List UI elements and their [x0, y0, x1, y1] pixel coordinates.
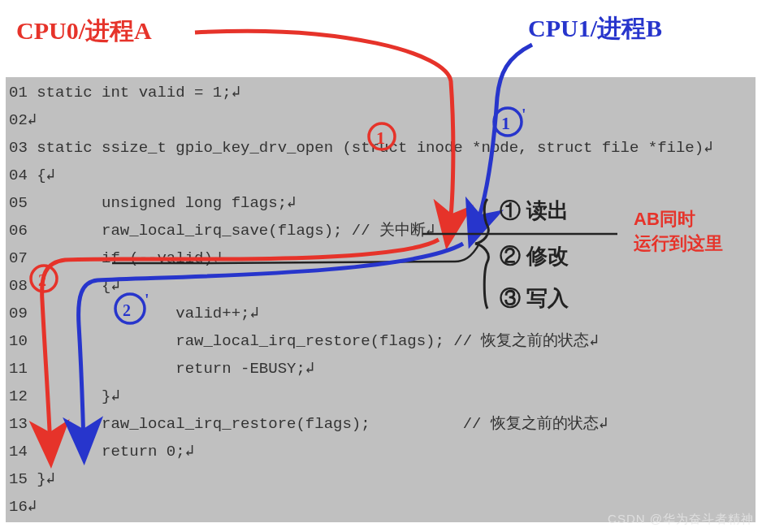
code-line-11: 11 return -EBUSY;↲ [6, 355, 756, 383]
code-line-10: 10 raw_local_irq_restore(flags); // 恢复之前… [6, 327, 756, 355]
code-line-13: 13 raw_local_irq_restore(flags); // 恢复之前… [6, 410, 756, 438]
code-line-8: 08 {↲ [6, 272, 756, 300]
code-line-2: 02↲ [6, 106, 756, 134]
watermark: CSDN @华为奋斗者精神 [608, 512, 754, 527]
cpu0-label: CPU0/进程A [16, 15, 152, 48]
code-block: 01 static int valid = 1;↲ 02↲ 03 static … [6, 77, 756, 522]
cpu1-label: CPU1/进程B [528, 12, 662, 45]
code-line-9: 09 valid++;↲ [6, 300, 756, 327]
side-note-modify: ② 修改 [500, 242, 569, 270]
code-line-3: 03 static ssize_t gpio_key_drv_open (str… [6, 134, 756, 162]
code-line-1: 01 static int valid = 1;↲ [6, 79, 756, 106]
ab-note-line1: AB同时 [634, 208, 695, 231]
code-line-15: 15 }↲ [6, 465, 756, 493]
code-line-14: 14 return 0;↲ [6, 438, 756, 465]
side-note-read: ① 读出 [500, 197, 569, 225]
side-note-write: ③ 写入 [500, 284, 569, 313]
code-line-12: 12 }↲ [6, 383, 756, 410]
ab-note-line2: 运行到这里 [634, 232, 723, 255]
code-line-4: 04 {↲ [6, 162, 756, 189]
